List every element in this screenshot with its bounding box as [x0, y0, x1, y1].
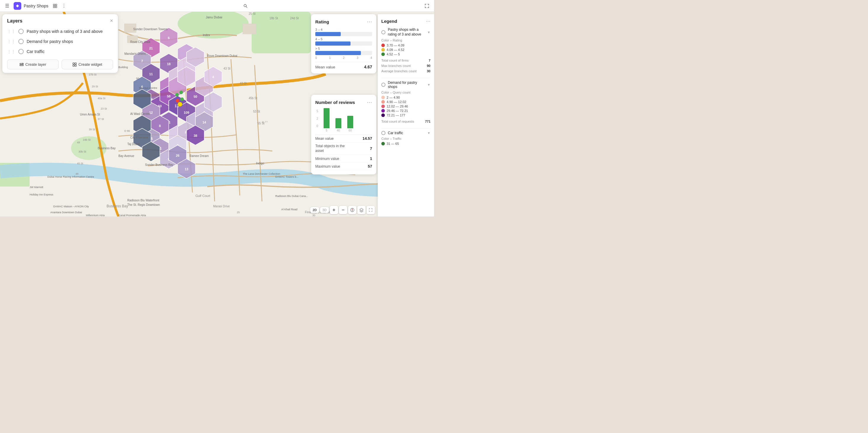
legend-color-item: 12.02 — 29.46: [381, 105, 430, 108]
view-3d-button[interactable]: 3D: [320, 207, 329, 213]
svg-text:58: 58: [167, 94, 170, 98]
svg-text:Holiday Inn Express: Holiday Inn Express: [30, 193, 54, 196]
more-options-button[interactable]: ⋮: [60, 2, 68, 10]
legend-more-button[interactable]: ⋯: [426, 18, 430, 24]
svg-rect-2: [252, 12, 311, 53]
create-layer-button[interactable]: Create layer: [7, 60, 59, 69]
legend-layer-circle: [381, 83, 385, 87]
svg-rect-152: [75, 65, 76, 66]
svg-text:25 St: 25 St: [249, 12, 256, 16]
stat-label: Maximum value: [315, 164, 340, 169]
create-widget-button[interactable]: Create widget: [62, 60, 113, 69]
svg-text:Al Wasl Centre: Al Wasl Centre: [130, 112, 150, 116]
svg-text:Marasi Drive: Marasi Drive: [213, 205, 230, 208]
svg-text:Mandarin Orient...: Mandarin Orient...: [124, 52, 148, 55]
svg-text:23 St: 23 St: [101, 107, 107, 110]
menu-button[interactable]: ☰: [3, 2, 11, 10]
fullscreen-button[interactable]: [367, 206, 375, 214]
legend-range: 4.90 — 12.02: [386, 100, 406, 104]
legend-layer-name: Pastry shops with a rating of 3 and abov…: [388, 28, 425, 37]
svg-text:Dubai Horse Racing Information: Dubai Horse Racing Information Centre: [48, 175, 94, 178]
legend-color-label: Color – Query count: [381, 91, 430, 94]
svg-text:Index: Index: [203, 33, 210, 37]
svg-text:Janu Dubai: Janu Dubai: [206, 16, 222, 19]
legend-range: 12.02 — 29.46: [386, 105, 408, 108]
svg-text:43 St: 43 St: [223, 67, 230, 70]
svg-text:37 St: 37 St: [98, 118, 104, 120]
zoom-out-icon: −: [342, 207, 344, 213]
svg-point-135: [179, 91, 183, 94]
compass-button[interactable]: [348, 206, 356, 214]
legend-title: Legend: [381, 19, 397, 24]
svg-text:18b St: 18b St: [270, 17, 278, 20]
layer-visibility-toggle[interactable]: [18, 49, 24, 54]
view-2d-button[interactable]: 2D: [310, 207, 319, 213]
legend-section-pastry-rating: Pastry shops with a rating of 3 and abov…: [381, 28, 430, 74]
svg-text:Bay Avenue: Bay Avenue: [118, 154, 134, 157]
search-button[interactable]: [241, 2, 250, 10]
legend-color-item: 31 — 65: [381, 142, 430, 145]
svg-text:53 St: 53 St: [253, 110, 260, 113]
legend-range: 4.09 — 4.52: [386, 48, 404, 52]
legend-layer-name: Demand for pastry shops: [388, 81, 425, 89]
layers-control-button[interactable]: [357, 206, 366, 214]
color-dot: [381, 44, 385, 47]
expand-button[interactable]: [423, 2, 431, 10]
legend-color-item: 29.46 — 72.21: [381, 109, 430, 113]
color-dot: [381, 48, 385, 52]
layout-icon-btn[interactable]: [51, 2, 59, 10]
legend-color-item: 4.90 — 12.02: [381, 100, 430, 104]
svg-text:D 7?: D 7?: [262, 120, 268, 123]
reviews-more-button[interactable]: ⋯: [367, 99, 372, 106]
rating-bar-bg: [315, 41, 372, 46]
svg-text:14: 14: [203, 120, 206, 124]
bar-label: 60: [348, 129, 352, 132]
svg-text:Ramee Dream: Ramee Dream: [189, 154, 209, 157]
legend-color-label: Color – Rating: [381, 38, 430, 42]
svg-text:The Lana Dorchester Collection: The Lana Dorchester Collection: [243, 172, 280, 175]
zoom-out-button[interactable]: −: [339, 206, 347, 214]
svg-text:Gulf Court: Gulf Court: [195, 194, 210, 198]
svg-text:Canal Promenade Atria: Canal Promenade Atria: [118, 214, 146, 216]
rating-bar-label: > 5: [315, 47, 372, 50]
legend-layer-circle: [381, 131, 385, 135]
more-icon: ⋮: [62, 3, 66, 8]
stat-value: 1: [370, 156, 372, 161]
layer-item[interactable]: ⋮⋮ Car traffic: [2, 47, 118, 57]
legend-range: 3.70 — 4.09: [386, 44, 404, 47]
stat-value: 7: [370, 146, 372, 151]
svg-text:Sonder Downtown Towers: Sonder Downtown Towers: [133, 28, 167, 31]
legend-color-item: 4.52 — 5: [381, 52, 430, 56]
svg-rect-147: [20, 65, 23, 66]
layer-item[interactable]: ⋮⋮ Pastry shops with a rating of 3 and a…: [2, 26, 118, 36]
legend-color-label: Color – Traffic: [381, 137, 430, 140]
layer-visibility-toggle[interactable]: [18, 29, 24, 34]
svg-text:Business Bay: Business Bay: [106, 204, 128, 208]
layer-item[interactable]: ⋮⋮ Demand for pastry shops: [2, 36, 118, 47]
legend-layer-toggle[interactable]: Pastry shops with a rating of 3 and abov…: [381, 28, 430, 37]
legend-color-item: 3.70 — 4.09: [381, 44, 430, 47]
svg-text:JW Marriott: JW Marriott: [30, 186, 43, 189]
svg-text:109: 109: [184, 111, 189, 114]
svg-text:Anantara Downtown Dubai: Anantara Downtown Dubai: [50, 211, 82, 214]
svg-text:29 St: 29 St: [92, 85, 98, 88]
rating-bar-bg: [315, 51, 372, 55]
legend-layer-toggle[interactable]: Demand for pastry shops ▼: [381, 81, 430, 89]
rating-more-button[interactable]: ⋯: [367, 18, 372, 25]
svg-text:48: 48: [75, 172, 79, 175]
layers-icon: [359, 208, 364, 212]
layers-close-button[interactable]: ×: [110, 18, 113, 24]
svg-text:38: 38: [194, 134, 197, 138]
svg-text:Radisson Blu Dubai Cana...: Radisson Blu Dubai Cana...: [275, 195, 308, 198]
zoom-in-button[interactable]: +: [330, 206, 338, 214]
drag-handle-icon: ⋮⋮: [7, 39, 16, 44]
svg-line-145: [246, 6, 247, 8]
svg-text:DAMAC Maison - AYKON City: DAMAC Maison - AYKON City: [53, 205, 89, 208]
mean-value: 4.67: [364, 64, 372, 69]
svg-text:Millennium Atria: Millennium Atria: [86, 214, 105, 216]
review-bar: [323, 108, 330, 128]
svg-text:24b St: 24b St: [83, 138, 91, 141]
reviews-widget: Number of reviews ⋯ 5 40 60 520 Mean val…: [311, 95, 376, 174]
layer-visibility-toggle[interactable]: [18, 39, 24, 44]
legend-layer-toggle[interactable]: Car traffic ▼: [381, 131, 430, 135]
